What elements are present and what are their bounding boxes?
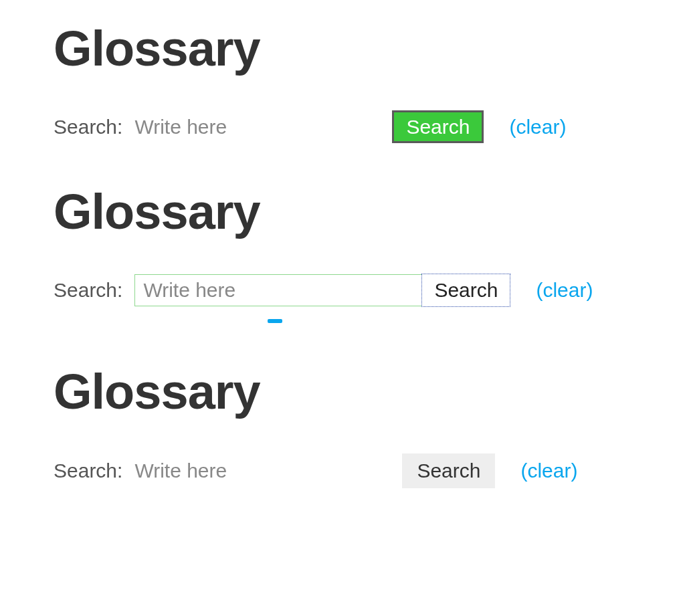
page-title: Glossary	[54, 363, 685, 420]
search-label: Search:	[54, 279, 122, 302]
search-button[interactable]: Search	[402, 453, 495, 488]
search-row: Search: Search (clear)	[54, 274, 685, 307]
clear-link[interactable]: (clear)	[536, 279, 593, 302]
search-button[interactable]: Search	[421, 274, 510, 307]
decorative-mark	[268, 319, 282, 323]
clear-link[interactable]: (clear)	[509, 116, 566, 138]
search-input[interactable]	[134, 457, 402, 485]
search-input[interactable]	[134, 113, 392, 141]
search-button[interactable]: Search	[392, 110, 484, 143]
clear-link[interactable]: (clear)	[520, 459, 577, 482]
glossary-block-2: Glossary Search: Search (clear)	[54, 183, 685, 323]
glossary-block-3: Glossary Search: Search (clear)	[54, 363, 685, 488]
search-label: Search:	[54, 116, 122, 138]
search-row: Search: Search (clear)	[54, 453, 685, 488]
page-title: Glossary	[54, 20, 685, 77]
search-row: Search: Search (clear)	[54, 110, 685, 143]
search-input[interactable]	[134, 274, 422, 306]
glossary-block-1: Glossary Search: Search (clear)	[54, 20, 685, 143]
page-title: Glossary	[54, 183, 685, 240]
search-label: Search:	[54, 459, 122, 482]
